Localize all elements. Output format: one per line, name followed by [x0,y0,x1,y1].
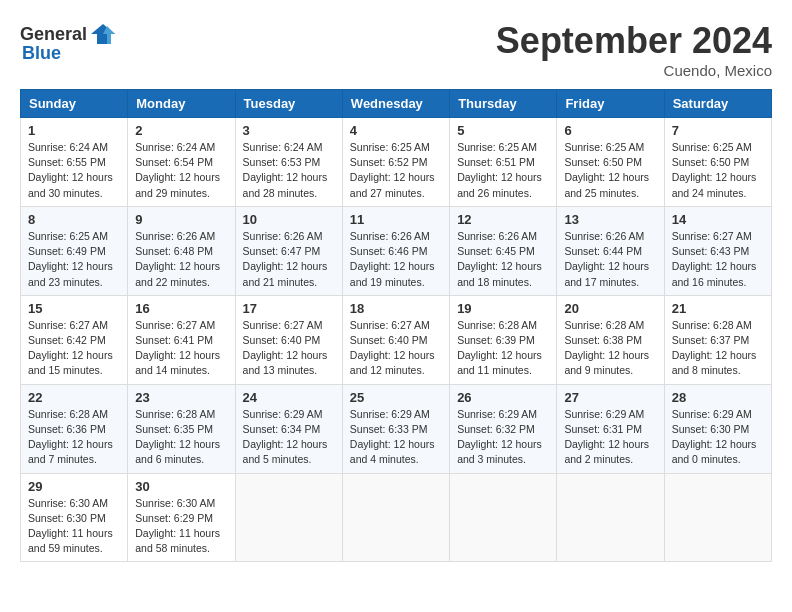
daylight-label: Daylight: 11 hours and 58 minutes. [135,527,220,554]
day-info: Sunrise: 6:29 AM Sunset: 6:34 PM Dayligh… [243,407,335,468]
daylight-label: Daylight: 12 hours and 27 minutes. [350,171,435,198]
sunset-label: Sunset: 6:54 PM [135,156,213,168]
page-header: General Blue September 2024 Cuendo, Mexi… [20,20,772,79]
logo-icon [89,20,117,48]
day-number: 11 [350,212,442,227]
day-info: Sunrise: 6:25 AM Sunset: 6:51 PM Dayligh… [457,140,549,201]
calendar-day-cell: 28 Sunrise: 6:29 AM Sunset: 6:30 PM Dayl… [664,384,771,473]
sunrise-label: Sunrise: 6:27 AM [243,319,323,331]
day-number: 22 [28,390,120,405]
calendar-table: SundayMondayTuesdayWednesdayThursdayFrid… [20,89,772,562]
day-number: 29 [28,479,120,494]
daylight-label: Daylight: 12 hours and 24 minutes. [672,171,757,198]
daylight-label: Daylight: 12 hours and 25 minutes. [564,171,649,198]
day-number: 13 [564,212,656,227]
calendar-day-cell: 15 Sunrise: 6:27 AM Sunset: 6:42 PM Dayl… [21,295,128,384]
sunrise-label: Sunrise: 6:28 AM [564,319,644,331]
calendar-day-cell [342,473,449,562]
day-of-week-header: Monday [128,90,235,118]
sunrise-label: Sunrise: 6:29 AM [672,408,752,420]
day-number: 20 [564,301,656,316]
calendar-day-cell: 10 Sunrise: 6:26 AM Sunset: 6:47 PM Dayl… [235,206,342,295]
daylight-label: Daylight: 12 hours and 5 minutes. [243,438,328,465]
day-info: Sunrise: 6:29 AM Sunset: 6:32 PM Dayligh… [457,407,549,468]
day-of-week-header: Tuesday [235,90,342,118]
sunrise-label: Sunrise: 6:25 AM [350,141,430,153]
daylight-label: Daylight: 12 hours and 18 minutes. [457,260,542,287]
calendar-day-cell: 5 Sunrise: 6:25 AM Sunset: 6:51 PM Dayli… [450,118,557,207]
daylight-label: Daylight: 12 hours and 0 minutes. [672,438,757,465]
calendar-week-row: 22 Sunrise: 6:28 AM Sunset: 6:36 PM Dayl… [21,384,772,473]
daylight-label: Daylight: 12 hours and 29 minutes. [135,171,220,198]
sunset-label: Sunset: 6:50 PM [564,156,642,168]
sunrise-label: Sunrise: 6:30 AM [135,497,215,509]
sunrise-label: Sunrise: 6:26 AM [243,230,323,242]
sunrise-label: Sunrise: 6:27 AM [28,319,108,331]
day-number: 28 [672,390,764,405]
sunrise-label: Sunrise: 6:27 AM [672,230,752,242]
calendar-day-cell: 19 Sunrise: 6:28 AM Sunset: 6:39 PM Dayl… [450,295,557,384]
sunrise-label: Sunrise: 6:28 AM [457,319,537,331]
day-number: 25 [350,390,442,405]
day-info: Sunrise: 6:25 AM Sunset: 6:50 PM Dayligh… [564,140,656,201]
day-number: 12 [457,212,549,227]
day-info: Sunrise: 6:28 AM Sunset: 6:39 PM Dayligh… [457,318,549,379]
sunrise-label: Sunrise: 6:24 AM [28,141,108,153]
sunset-label: Sunset: 6:49 PM [28,245,106,257]
daylight-label: Daylight: 12 hours and 8 minutes. [672,349,757,376]
calendar-week-row: 15 Sunrise: 6:27 AM Sunset: 6:42 PM Dayl… [21,295,772,384]
day-number: 23 [135,390,227,405]
calendar-day-cell: 20 Sunrise: 6:28 AM Sunset: 6:38 PM Dayl… [557,295,664,384]
sunrise-label: Sunrise: 6:26 AM [350,230,430,242]
daylight-label: Daylight: 12 hours and 17 minutes. [564,260,649,287]
day-info: Sunrise: 6:27 AM Sunset: 6:40 PM Dayligh… [350,318,442,379]
day-of-week-header: Friday [557,90,664,118]
sunrise-label: Sunrise: 6:25 AM [672,141,752,153]
sunset-label: Sunset: 6:29 PM [135,512,213,524]
sunrise-label: Sunrise: 6:26 AM [457,230,537,242]
sunset-label: Sunset: 6:35 PM [135,423,213,435]
day-number: 15 [28,301,120,316]
sunset-label: Sunset: 6:39 PM [457,334,535,346]
daylight-label: Daylight: 12 hours and 13 minutes. [243,349,328,376]
sunset-label: Sunset: 6:30 PM [672,423,750,435]
month-year-title: September 2024 [496,20,772,62]
sunset-label: Sunset: 6:40 PM [243,334,321,346]
calendar-day-cell: 6 Sunrise: 6:25 AM Sunset: 6:50 PM Dayli… [557,118,664,207]
calendar-day-cell: 24 Sunrise: 6:29 AM Sunset: 6:34 PM Dayl… [235,384,342,473]
sunset-label: Sunset: 6:53 PM [243,156,321,168]
calendar-day-cell: 22 Sunrise: 6:28 AM Sunset: 6:36 PM Dayl… [21,384,128,473]
day-info: Sunrise: 6:25 AM Sunset: 6:52 PM Dayligh… [350,140,442,201]
day-number: 4 [350,123,442,138]
daylight-label: Daylight: 12 hours and 6 minutes. [135,438,220,465]
day-number: 21 [672,301,764,316]
sunset-label: Sunset: 6:52 PM [350,156,428,168]
day-info: Sunrise: 6:27 AM Sunset: 6:42 PM Dayligh… [28,318,120,379]
sunrise-label: Sunrise: 6:28 AM [135,408,215,420]
day-info: Sunrise: 6:29 AM Sunset: 6:31 PM Dayligh… [564,407,656,468]
sunset-label: Sunset: 6:47 PM [243,245,321,257]
calendar-day-cell: 4 Sunrise: 6:25 AM Sunset: 6:52 PM Dayli… [342,118,449,207]
day-info: Sunrise: 6:27 AM Sunset: 6:40 PM Dayligh… [243,318,335,379]
calendar-day-cell: 8 Sunrise: 6:25 AM Sunset: 6:49 PM Dayli… [21,206,128,295]
calendar-week-row: 1 Sunrise: 6:24 AM Sunset: 6:55 PM Dayli… [21,118,772,207]
calendar-day-cell: 3 Sunrise: 6:24 AM Sunset: 6:53 PM Dayli… [235,118,342,207]
calendar-week-row: 29 Sunrise: 6:30 AM Sunset: 6:30 PM Dayl… [21,473,772,562]
day-number: 26 [457,390,549,405]
calendar-day-cell [664,473,771,562]
calendar-day-cell: 25 Sunrise: 6:29 AM Sunset: 6:33 PM Dayl… [342,384,449,473]
day-info: Sunrise: 6:25 AM Sunset: 6:49 PM Dayligh… [28,229,120,290]
day-number: 10 [243,212,335,227]
sunset-label: Sunset: 6:40 PM [350,334,428,346]
sunrise-label: Sunrise: 6:24 AM [243,141,323,153]
day-info: Sunrise: 6:30 AM Sunset: 6:29 PM Dayligh… [135,496,227,557]
day-info: Sunrise: 6:28 AM Sunset: 6:35 PM Dayligh… [135,407,227,468]
day-number: 1 [28,123,120,138]
sunrise-label: Sunrise: 6:26 AM [135,230,215,242]
sunset-label: Sunset: 6:38 PM [564,334,642,346]
calendar-day-cell: 14 Sunrise: 6:27 AM Sunset: 6:43 PM Dayl… [664,206,771,295]
sunrise-label: Sunrise: 6:24 AM [135,141,215,153]
sunset-label: Sunset: 6:44 PM [564,245,642,257]
daylight-label: Daylight: 12 hours and 3 minutes. [457,438,542,465]
daylight-label: Daylight: 12 hours and 4 minutes. [350,438,435,465]
